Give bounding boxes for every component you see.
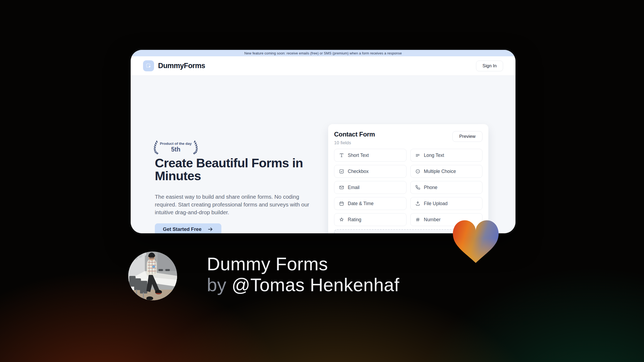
caption-author-line: by @Tomas Henkenhaf (207, 275, 399, 295)
hero-description: The easiest way to build and share onlin… (155, 193, 310, 216)
field-type-label: Phone (424, 185, 438, 190)
caption: Dummy Forms by @Tomas Henkenhaf (207, 254, 399, 295)
field-type-label: Multiple Choice (424, 169, 456, 174)
brand[interactable]: DummyForms (143, 60, 205, 71)
brand-logo-icon (143, 60, 154, 71)
field-type-grid: Short TextLong TextCheckboxMultiple Choi… (334, 149, 482, 226)
phone-icon (415, 185, 420, 190)
caption-by: by (207, 275, 232, 295)
sign-in-button[interactable]: Sign In (476, 61, 503, 71)
hero-title: Create Beautiful Forms in Minutes (155, 157, 305, 182)
brand-name: DummyForms (158, 62, 205, 70)
hash-icon (415, 217, 420, 222)
preview-button[interactable]: Preview (452, 131, 482, 142)
text-icon (339, 153, 344, 158)
caption-author: @Tomas Henkenhaf (232, 275, 399, 295)
product-of-the-day-badge: Product of the day 5th (154, 139, 197, 156)
field-type-label: Date & Time (348, 201, 374, 206)
field-type-checkbox[interactable]: Checkbox (334, 165, 407, 178)
field-type-label: Short Text (348, 153, 369, 158)
announcement-banner[interactable]: New feature coming soon: receive emails … (131, 50, 515, 56)
award-label: Product of the day (160, 142, 192, 146)
arrow-right-icon (207, 226, 213, 232)
get-started-button[interactable]: Get Started Free (155, 223, 221, 233)
award-rank: 5th (160, 146, 192, 153)
field-type-rating[interactable]: Rating (334, 213, 407, 226)
star-icon (339, 217, 344, 222)
checkbox-icon (339, 169, 344, 174)
field-type-phone[interactable]: Phone (410, 181, 483, 194)
field-type-email[interactable]: Email (334, 181, 407, 194)
field-type-label: Long Text (424, 153, 444, 158)
background-gradient: New feature coming soon: receive emails … (0, 0, 644, 362)
field-type-multiple-choice[interactable]: Multiple Choice (410, 165, 483, 178)
field-type-file-upload[interactable]: File Upload (410, 197, 483, 210)
field-type-date-time[interactable]: Date & Time (334, 197, 407, 210)
field-type-label: Email (348, 185, 360, 190)
caption-product-name: Dummy Forms (207, 254, 399, 275)
long-text-icon (415, 153, 420, 158)
laurel-right-icon (193, 139, 200, 155)
upload-icon (415, 201, 420, 206)
heart-icon (449, 216, 503, 266)
field-type-label: File Upload (424, 201, 448, 206)
laurel-left-icon (151, 139, 158, 155)
field-type-short-text[interactable]: Short Text (334, 149, 407, 162)
field-type-long-text[interactable]: Long Text (410, 149, 483, 162)
field-type-label: Checkbox (348, 169, 369, 174)
site-header: DummyForms Sign In (131, 56, 515, 76)
browser-window: New feature coming soon: receive emails … (131, 50, 515, 233)
calendar-icon (339, 201, 344, 206)
hero-section: Product of the day 5th Create Beautiful (131, 76, 515, 233)
get-started-label: Get Started Free (163, 226, 202, 232)
multiple-choice-icon (415, 169, 420, 174)
email-icon (339, 185, 344, 190)
author-avatar (128, 252, 177, 300)
field-type-label: Number (424, 217, 441, 223)
announcement-text: New feature coming soon: receive emails … (244, 51, 402, 55)
field-type-label: Rating (348, 217, 361, 223)
